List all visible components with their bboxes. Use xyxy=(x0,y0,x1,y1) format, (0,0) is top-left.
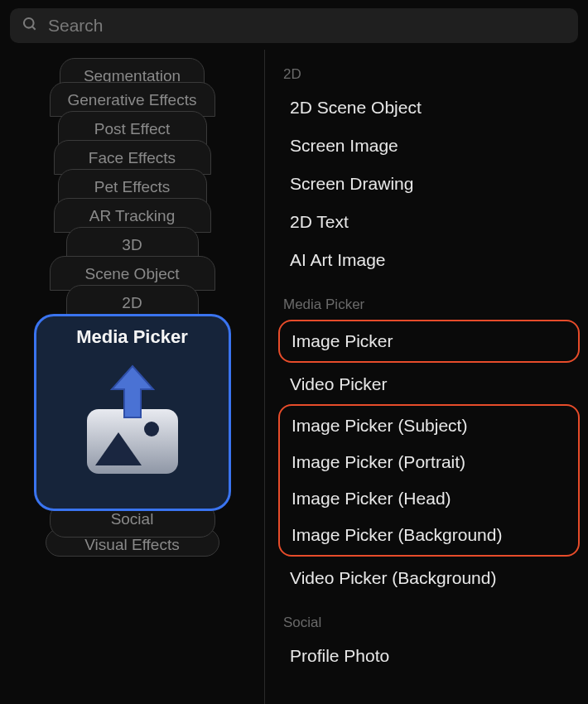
section-header-media-picker: Media Picker xyxy=(283,297,580,313)
list-item-screen-image[interactable]: Screen Image xyxy=(278,128,580,164)
card-label: 2D xyxy=(122,294,142,312)
list-item-image-picker-portrait[interactable]: Image Picker (Portrait) xyxy=(280,444,578,480)
list-item-video-picker[interactable]: Video Picker xyxy=(278,366,580,403)
list-item-image-picker-subject[interactable]: Image Picker (Subject) xyxy=(280,407,578,444)
card-label: Pet Effects xyxy=(94,178,171,196)
list-item-2d-text[interactable]: 2D Text xyxy=(278,204,580,240)
card-label: Generative Effects xyxy=(68,91,197,109)
svg-line-1 xyxy=(32,27,36,30)
search-icon xyxy=(22,16,38,36)
section-header-2d: 2D xyxy=(283,66,580,83)
card-label: 3D xyxy=(122,236,142,254)
list-item-2d-scene-object[interactable]: 2D Scene Object xyxy=(278,89,580,126)
section-header-social: Social xyxy=(283,615,580,631)
card-label: Media Picker xyxy=(76,326,188,348)
card-label: AR Tracking xyxy=(89,207,175,225)
list-item-profile-photo[interactable]: Profile Photo xyxy=(278,638,580,674)
list-item-video-picker-background[interactable]: Video Picker (Background) xyxy=(278,560,580,596)
list-item-screen-drawing[interactable]: Screen Drawing xyxy=(278,166,580,202)
list-item-image-picker-head[interactable]: Image Picker (Head) xyxy=(280,480,578,517)
annotation-highlight-box-2: Image Picker (Subject) Image Picker (Por… xyxy=(278,404,580,557)
search-bar[interactable] xyxy=(10,8,578,43)
annotation-highlight-box-1: Image Picker xyxy=(278,320,580,363)
card-label: Face Effects xyxy=(89,149,176,167)
card-label: Social xyxy=(111,510,154,528)
object-list-panel: 2D 2D Scene Object Screen Image Screen D… xyxy=(265,50,588,704)
list-item-image-picker[interactable]: Image Picker xyxy=(280,323,578,359)
list-item-ai-art-image[interactable]: AI Art Image xyxy=(278,242,580,278)
category-stack-panel: Segmentation Generative Effects Post Eff… xyxy=(0,50,265,704)
svg-point-3 xyxy=(144,422,159,436)
category-card-media-picker-active[interactable]: Media Picker xyxy=(34,314,231,511)
card-label: Visual Effects xyxy=(84,536,179,554)
list-item-image-picker-background[interactable]: Image Picker (Background) xyxy=(280,517,578,553)
card-label: Post Effect xyxy=(94,120,171,138)
card-label: Scene Object xyxy=(84,265,179,283)
media-picker-upload-icon xyxy=(70,358,195,482)
search-input[interactable] xyxy=(48,16,566,36)
svg-point-0 xyxy=(24,18,34,28)
